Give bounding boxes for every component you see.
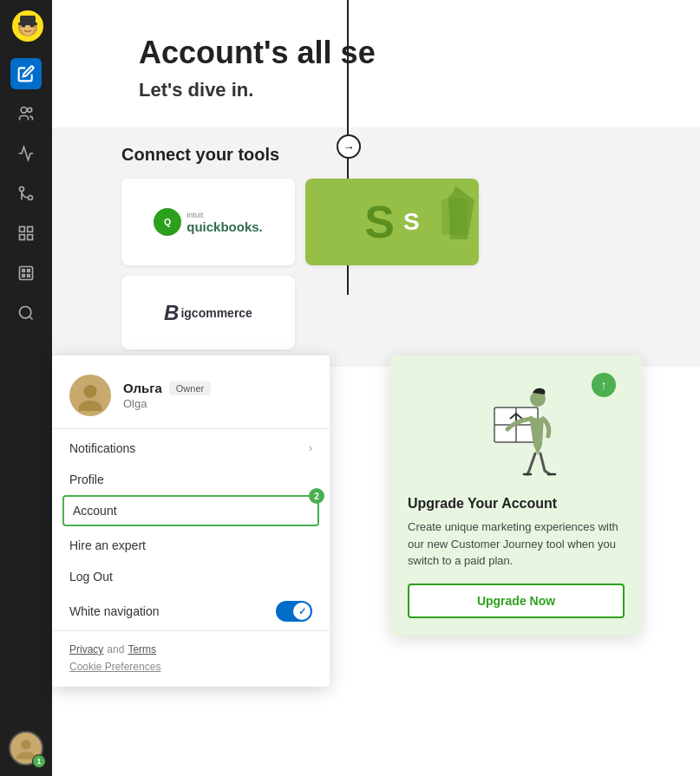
upgrade-title: Upgrade Your Account <box>408 496 625 512</box>
upgrade-card: ↑ Upgrade Your Account Create u <box>390 355 642 636</box>
toggle-check-icon: ✓ <box>298 606 306 617</box>
dropdown-divider-2 <box>52 630 330 631</box>
svg-rect-21 <box>28 270 30 272</box>
toggle-track[interactable]: ✓ <box>276 601 312 622</box>
notifications-label: Notifications <box>69 441 135 455</box>
person-illustration <box>468 377 564 481</box>
sidebar-item-marketing[interactable] <box>10 138 42 169</box>
dropdown-cookie-preferences[interactable]: Cookie Preferences <box>52 659 330 680</box>
sidebar-item-automations[interactable] <box>10 178 42 209</box>
dropdown-user-info: Ольга Owner Olga <box>123 381 211 410</box>
tools-grid: Q intuit quickbooks. S <box>121 179 683 265</box>
quickbooks-logo-text: intuit quickbooks. <box>186 211 263 234</box>
tools-title: Connect your tools <box>121 145 683 165</box>
svg-rect-18 <box>20 235 25 240</box>
svg-point-30 <box>84 385 97 398</box>
svg-text:Q: Q <box>164 217 171 227</box>
avatar-notification-badge: 1 <box>32 754 46 768</box>
quickbooks-icon: Q <box>154 208 181 236</box>
svg-point-26 <box>21 740 30 749</box>
privacy-link[interactable]: Privacy <box>69 643 103 655</box>
logout-label: Log Out <box>69 570 113 584</box>
svg-point-24 <box>20 307 31 318</box>
bigcommerce-card[interactable]: B igcommerce <box>121 276 295 349</box>
tools-section: Connect your tools Q intuit quickbooks. <box>52 127 700 367</box>
white-nav-label: White navigation <box>69 604 160 618</box>
dropdown-hire-expert[interactable]: Hire an expert <box>52 530 330 561</box>
svg-rect-23 <box>28 275 30 277</box>
sidebar-item-content[interactable] <box>10 218 42 249</box>
upgrade-now-button[interactable]: Upgrade Now <box>408 584 625 618</box>
sidebar-item-audience[interactable] <box>10 98 42 129</box>
svg-rect-16 <box>28 227 33 232</box>
dropdown-email: Olga <box>123 397 211 410</box>
account-notification-badge: 2 <box>309 488 324 504</box>
dropdown-menu: Ольга Owner Olga Notifications › Profile… <box>52 355 330 687</box>
sidebar-item-analytics[interactable] <box>10 258 42 289</box>
dropdown-account[interactable]: Account 2 <box>62 495 319 526</box>
terms-link[interactable]: Terms <box>128 643 156 655</box>
dropdown-avatar <box>69 375 111 416</box>
dropdown-user-section: Ольга Owner Olga <box>52 366 330 428</box>
svg-point-13 <box>29 196 33 200</box>
username-text: Ольга <box>123 381 162 395</box>
user-avatar-sidebar[interactable]: 1 <box>9 731 43 766</box>
mailchimp-logo[interactable] <box>10 9 42 40</box>
dropdown-username: Ольга Owner <box>123 381 211 395</box>
svg-rect-17 <box>28 235 33 240</box>
svg-rect-20 <box>23 270 24 272</box>
upgrade-description: Create unique marketing experiences with… <box>408 518 625 570</box>
svg-rect-15 <box>20 227 25 232</box>
bigcommerce-logo: B <box>164 301 179 325</box>
svg-point-8 <box>32 28 36 30</box>
svg-rect-29 <box>442 199 468 235</box>
owner-badge: Owner <box>169 381 211 395</box>
svg-point-14 <box>20 187 24 192</box>
hero-arrow-circle: → <box>337 134 361 159</box>
quickbooks-card[interactable]: Q intuit quickbooks. <box>121 179 295 265</box>
svg-line-25 <box>29 316 33 320</box>
tools-row2: B igcommerce <box>121 276 683 349</box>
chevron-right-icon: › <box>309 442 312 454</box>
dropdown-white-nav[interactable]: White navigation ✓ <box>52 592 330 630</box>
dropdown-logout[interactable]: Log Out <box>52 561 330 592</box>
svg-rect-22 <box>23 275 24 277</box>
upgrade-illustration: ↑ <box>408 373 625 486</box>
hero-subtitle: Let's dive in. <box>139 79 665 101</box>
hire-expert-label: Hire an expert <box>69 538 146 552</box>
profile-label: Profile <box>69 473 104 486</box>
svg-point-7 <box>20 28 23 30</box>
dropdown-profile[interactable]: Profile <box>52 464 330 495</box>
sidebar-item-campaigns[interactable] <box>10 58 42 89</box>
dropdown-divider <box>52 428 330 429</box>
hero-section: → Account's all se Let's dive in. <box>52 0 700 127</box>
shopify-logo-s: S <box>403 208 420 236</box>
svg-rect-19 <box>20 267 33 280</box>
svg-point-11 <box>21 108 27 114</box>
svg-point-12 <box>28 108 32 112</box>
shopify-card[interactable]: S S <box>305 179 479 265</box>
dropdown-footer: Privacy and Terms <box>52 635 330 659</box>
dropdown-notifications[interactable]: Notifications › <box>52 433 330 464</box>
sidebar: 1 <box>0 0 52 776</box>
cookie-label: Cookie Preferences <box>69 661 160 673</box>
svg-rect-10 <box>18 23 37 25</box>
toggle-knob: ✓ <box>293 603 311 620</box>
account-label: Account <box>73 504 117 518</box>
and-text: and <box>107 643 124 655</box>
white-nav-toggle[interactable]: ✓ <box>276 601 312 622</box>
sidebar-item-search[interactable] <box>10 297 42 329</box>
upgrade-up-icon: ↑ <box>592 373 616 397</box>
hero-title: Account's all se <box>139 35 665 70</box>
